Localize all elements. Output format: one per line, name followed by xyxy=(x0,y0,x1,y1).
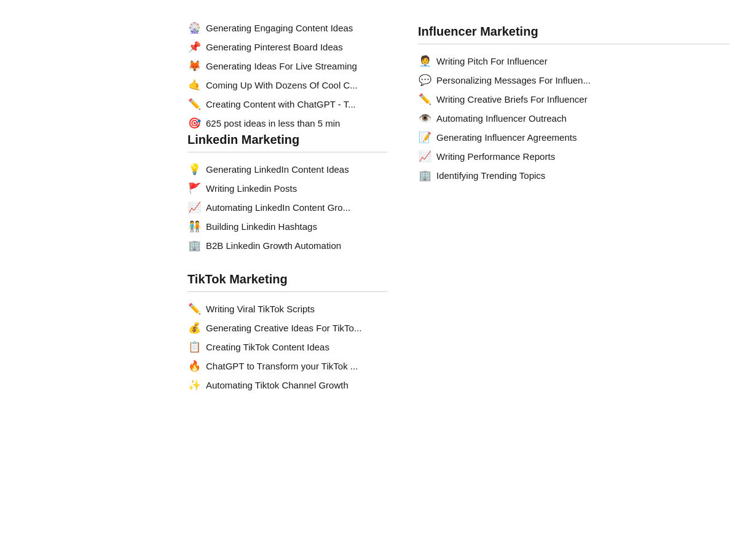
influencer-item-4[interactable]: 📝 Generating Influencer Agreements xyxy=(418,128,730,147)
influencer-item-emoji-2: ✏️ xyxy=(418,93,431,106)
influencer-section-title: Influencer Marketing xyxy=(418,25,730,39)
tiktok-item-emoji-3: 🔥 xyxy=(187,360,201,373)
linkedin-item-emoji-3: 🧑‍🤝‍🧑 xyxy=(187,220,201,233)
influencer-item-label-2: Writing Creative Briefs For Influencer xyxy=(436,93,588,106)
top-item-label-5: 625 post ideas in less than 5 min xyxy=(206,117,340,130)
linkedin-item-2[interactable]: 📈 Automating LinkedIn Content Gro... xyxy=(187,198,387,217)
tiktok-item-label-1: Generating Creative Ideas For TikTo... xyxy=(206,321,361,334)
tiktok-item-3[interactable]: 🔥 ChatGPT to Transform your TikTok ... xyxy=(187,357,387,376)
linkedin-section: Linkedin Marketing 💡 Generating LinkedIn… xyxy=(187,133,387,255)
influencer-item-6[interactable]: 🏢 Identifying Trending Topics xyxy=(418,166,730,185)
linkedin-item-label-0: Generating LinkedIn Content Ideas xyxy=(206,163,349,176)
tiktok-item-emoji-1: 💰 xyxy=(187,321,201,334)
influencer-item-label-5: Writing Performance Reports xyxy=(436,150,555,163)
influencer-item-label-4: Generating Influencer Agreements xyxy=(436,131,577,144)
influencer-item-3[interactable]: 👁️ Automating Influencer Outreach xyxy=(418,109,730,128)
page-container: 🎡 Generating Engaging Content Ideas 📌 Ge… xyxy=(0,0,748,430)
top-item-emoji-2: 🦊 xyxy=(187,60,201,73)
influencer-item-emoji-5: 📈 xyxy=(418,150,431,163)
linkedin-item-3[interactable]: 🧑‍🤝‍🧑 Building Linkedin Hashtags xyxy=(187,217,387,236)
tiktok-divider xyxy=(187,291,387,292)
tiktok-item-4[interactable]: ✨ Automating Tiktok Channel Growth xyxy=(187,376,387,395)
tiktok-item-label-2: Creating TikTok Content Ideas xyxy=(206,341,329,353)
linkedin-item-4[interactable]: 🏢 B2B Linkedin Growth Automation xyxy=(187,236,387,255)
influencer-item-5[interactable]: 📈 Writing Performance Reports xyxy=(418,147,730,166)
influencer-item-emoji-4: 📝 xyxy=(418,131,431,144)
top-item-label-0: Generating Engaging Content Ideas xyxy=(206,22,353,34)
top-item-emoji-3: 🤙 xyxy=(187,79,201,92)
linkedin-item-emoji-0: 💡 xyxy=(187,163,201,176)
linkedin-item-label-4: B2B Linkedin Growth Automation xyxy=(206,239,341,252)
influencer-item-emoji-0: 🧑‍💼 xyxy=(418,55,431,68)
tiktok-item-0[interactable]: ✏️ Writing Viral TikTok Scripts xyxy=(187,299,387,318)
linkedin-item-label-3: Building Linkedin Hashtags xyxy=(206,220,317,233)
linkedin-item-0[interactable]: 💡 Generating LinkedIn Content Ideas xyxy=(187,160,387,179)
top-item-label-2: Generating Ideas For Live Streaming xyxy=(206,60,357,73)
influencer-item-2[interactable]: ✏️ Writing Creative Briefs For Influence… xyxy=(418,90,730,109)
linkedin-items-list: 💡 Generating LinkedIn Content Ideas 🚩 Wr… xyxy=(187,160,387,255)
top-item-emoji-5: 🎯 xyxy=(187,117,201,130)
influencer-item-emoji-3: 👁️ xyxy=(418,112,431,125)
influencer-item-emoji-1: 💬 xyxy=(418,74,431,87)
top-item-4[interactable]: ✏️ Creating Content with ChatGPT - T... xyxy=(187,95,387,114)
influencer-item-label-0: Writing Pitch For Influencer xyxy=(436,55,548,68)
top-item-emoji-4: ✏️ xyxy=(187,98,201,111)
top-item-2[interactable]: 🦊 Generating Ideas For Live Streaming xyxy=(187,57,387,76)
influencer-section: Influencer Marketing 🧑‍💼 Writing Pitch F… xyxy=(418,25,730,185)
tiktok-item-label-0: Writing Viral TikTok Scripts xyxy=(206,302,315,315)
linkedin-divider xyxy=(187,152,387,152)
top-item-0[interactable]: 🎡 Generating Engaging Content Ideas xyxy=(187,18,387,37)
top-item-5[interactable]: 🎯 625 post ideas in less than 5 min xyxy=(187,114,387,133)
top-item-3[interactable]: 🤙 Coming Up With Dozens Of Cool C... xyxy=(187,76,387,95)
linkedin-item-emoji-1: 🚩 xyxy=(187,182,201,195)
influencer-item-label-6: Identifying Trending Topics xyxy=(436,169,545,182)
influencer-item-label-3: Automating Influencer Outreach xyxy=(436,112,567,125)
tiktok-item-emoji-4: ✨ xyxy=(187,379,201,392)
tiktok-item-label-3: ChatGPT to Transform your TikTok ... xyxy=(206,360,358,373)
tiktok-items-list: ✏️ Writing Viral TikTok Scripts 💰 Genera… xyxy=(187,299,387,395)
right-column: Influencer Marketing 🧑‍💼 Writing Pitch F… xyxy=(406,18,748,412)
top-item-label-4: Creating Content with ChatGPT - T... xyxy=(206,98,356,111)
tiktok-section: TikTok Marketing ✏️ Writing Viral TikTok… xyxy=(187,272,387,395)
influencer-items-list: 🧑‍💼 Writing Pitch For Influencer 💬 Perso… xyxy=(418,52,730,185)
top-item-emoji-1: 📌 xyxy=(187,41,201,53)
top-item-label-3: Coming Up With Dozens Of Cool C... xyxy=(206,79,358,92)
tiktok-item-label-4: Automating Tiktok Channel Growth xyxy=(206,379,348,392)
linkedin-item-emoji-2: 📈 xyxy=(187,201,201,214)
influencer-item-emoji-6: 🏢 xyxy=(418,169,431,182)
tiktok-section-title: TikTok Marketing xyxy=(187,272,387,286)
top-item-emoji-0: 🎡 xyxy=(187,22,201,34)
linkedin-item-label-1: Writing Linkedin Posts xyxy=(206,182,297,195)
top-item-1[interactable]: 📌 Generating Pinterest Board Ideas xyxy=(187,37,387,57)
influencer-item-0[interactable]: 🧑‍💼 Writing Pitch For Influencer xyxy=(418,52,730,71)
left-column: 🎡 Generating Engaging Content Ideas 📌 Ge… xyxy=(0,18,406,412)
linkedin-item-emoji-4: 🏢 xyxy=(187,239,201,252)
linkedin-section-title: Linkedin Marketing xyxy=(187,133,387,147)
linkedin-item-1[interactable]: 🚩 Writing Linkedin Posts xyxy=(187,179,387,198)
tiktok-item-emoji-0: ✏️ xyxy=(187,302,201,315)
tiktok-item-2[interactable]: 📋 Creating TikTok Content Ideas xyxy=(187,337,387,357)
influencer-item-1[interactable]: 💬 Personalizing Messages For Influen... xyxy=(418,71,730,90)
top-item-label-1: Generating Pinterest Board Ideas xyxy=(206,41,343,53)
linkedin-item-label-2: Automating LinkedIn Content Gro... xyxy=(206,201,350,214)
tiktok-item-1[interactable]: 💰 Generating Creative Ideas For TikTo... xyxy=(187,318,387,337)
top-items-list: 🎡 Generating Engaging Content Ideas 📌 Ge… xyxy=(187,18,387,133)
influencer-item-label-1: Personalizing Messages For Influen... xyxy=(436,74,591,87)
influencer-divider xyxy=(418,44,730,44)
tiktok-item-emoji-2: 📋 xyxy=(187,341,201,353)
